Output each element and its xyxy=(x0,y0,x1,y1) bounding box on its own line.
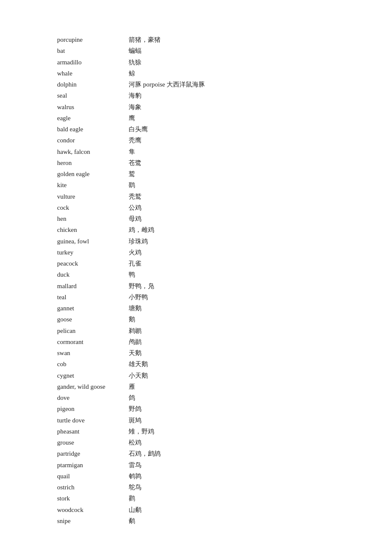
chinese-translation: 秃鹰 xyxy=(129,135,141,146)
chinese-translation: 鸬鹚 xyxy=(129,336,141,347)
vocab-row: vulture秃鹫 xyxy=(57,191,335,202)
chinese-translation: 河豚 porpoise 大西洋鼠海豚 xyxy=(129,79,205,90)
chinese-translation: 海象 xyxy=(129,101,141,113)
chinese-translation: 珍珠鸡 xyxy=(129,236,148,247)
chinese-translation: 鹬 xyxy=(129,515,135,526)
english-word: golden eagle xyxy=(57,168,125,179)
english-word: duck xyxy=(57,269,125,280)
chinese-translation: 雉，野鸡 xyxy=(129,426,154,437)
chinese-translation: 雁 xyxy=(129,381,135,392)
vocab-row: whale鲸 xyxy=(57,68,335,79)
vocab-row: armadillo犰狳 xyxy=(57,57,335,68)
chinese-translation: 鹫 xyxy=(129,168,135,179)
vocab-row: quail鹌鹑 xyxy=(57,471,335,482)
chinese-translation: 鲸 xyxy=(129,68,135,79)
chinese-translation: 鹌鹑 xyxy=(129,471,141,482)
english-word: quail xyxy=(57,471,125,482)
chinese-translation: 犰狳 xyxy=(129,57,141,68)
english-word: ostrich xyxy=(57,482,125,493)
chinese-translation: 小天鹅 xyxy=(129,370,148,381)
english-word: hawk, falcon xyxy=(57,146,125,157)
chinese-translation: 野鸽 xyxy=(129,403,141,414)
vocab-row: swan天鹅 xyxy=(57,347,335,358)
chinese-translation: 鸡，雌鸡 xyxy=(129,224,154,235)
vocab-row: bald eagle白头鹰 xyxy=(57,124,335,135)
english-word: dolphin xyxy=(57,79,125,90)
vocab-row: ptarmigan雷鸟 xyxy=(57,460,335,471)
chinese-translation: 鸭 xyxy=(129,269,135,280)
english-word: cormorant xyxy=(57,336,125,347)
vocab-row: pelican鹈鹕 xyxy=(57,325,335,336)
chinese-translation: 小野鸭 xyxy=(129,292,148,303)
chinese-translation: 野鸭，凫 xyxy=(129,280,154,292)
english-word: heron xyxy=(57,157,125,168)
vocab-row: cob雄天鹅 xyxy=(57,358,335,370)
vocab-row: peacock孔雀 xyxy=(57,258,335,269)
vocab-row: pheasant雉，野鸡 xyxy=(57,426,335,437)
vocab-row: cock公鸡 xyxy=(57,202,335,213)
english-word: armadillo xyxy=(57,57,125,68)
english-word: seal xyxy=(57,90,125,101)
chinese-translation: 鹳 xyxy=(129,493,135,504)
chinese-translation: 鹰 xyxy=(129,113,135,124)
english-word: pheasant xyxy=(57,426,125,437)
vocab-row: mallard野鸭，凫 xyxy=(57,280,335,292)
vocab-row: eagle鹰 xyxy=(57,113,335,124)
vocab-row: golden eagle鹫 xyxy=(57,168,335,179)
english-word: teal xyxy=(57,292,125,303)
vocab-row: snipe鹬 xyxy=(57,515,335,526)
chinese-translation: 鸽 xyxy=(129,392,135,403)
vocab-row: walrus海象 xyxy=(57,101,335,113)
chinese-translation: 雄天鹅 xyxy=(129,358,148,370)
english-word: turkey xyxy=(57,247,125,258)
vocab-row: hawk, falcon隼 xyxy=(57,146,335,157)
chinese-translation: 鹅 xyxy=(129,314,135,325)
english-word: cygnet xyxy=(57,370,125,381)
chinese-translation: 蝙蝠 xyxy=(129,45,141,56)
chinese-translation: 箭猪，豪猪 xyxy=(129,34,161,45)
english-word: gannet xyxy=(57,303,125,314)
english-word: mallard xyxy=(57,280,125,292)
chinese-translation: 斑鸠 xyxy=(129,415,141,426)
vocab-row: woodcock山鹬 xyxy=(57,504,335,515)
english-word: bat xyxy=(57,45,125,56)
chinese-translation: 石鸡，鹧鸪 xyxy=(129,448,161,459)
english-word: stork xyxy=(57,493,125,504)
english-word: porcupine xyxy=(57,34,125,45)
chinese-translation: 雷鸟 xyxy=(129,460,141,471)
chinese-translation: 火鸡 xyxy=(129,247,141,258)
english-word: vulture xyxy=(57,191,125,202)
english-word: whale xyxy=(57,68,125,79)
english-word: chicken xyxy=(57,224,125,235)
vocab-row: hen母鸡 xyxy=(57,213,335,224)
chinese-translation: 公鸡 xyxy=(129,202,141,213)
vocab-row: grouse松鸡 xyxy=(57,437,335,448)
chinese-translation: 隼 xyxy=(129,146,135,157)
chinese-translation: 海豹 xyxy=(129,90,141,101)
vocab-row: goose鹅 xyxy=(57,314,335,325)
vocab-row: dove鸽 xyxy=(57,392,335,403)
chinese-translation: 苍鹭 xyxy=(129,157,141,168)
english-word: grouse xyxy=(57,437,125,448)
vocab-row: cygnet小天鹅 xyxy=(57,370,335,381)
vocab-row: kite鹞 xyxy=(57,179,335,191)
vocab-row: duck鸭 xyxy=(57,269,335,280)
english-word: cob xyxy=(57,358,125,370)
vocab-row: condor秃鹰 xyxy=(57,135,335,146)
vocab-row: bat蝙蝠 xyxy=(57,45,335,56)
vocab-row: gannet塘鹅 xyxy=(57,303,335,314)
vocab-row: cormorant鸬鹚 xyxy=(57,336,335,347)
vocab-row: teal小野鸭 xyxy=(57,292,335,303)
english-word: goose xyxy=(57,314,125,325)
english-word: cock xyxy=(57,202,125,213)
english-word: walrus xyxy=(57,101,125,113)
vocab-row: stork鹳 xyxy=(57,493,335,504)
english-word: condor xyxy=(57,135,125,146)
chinese-translation: 松鸡 xyxy=(129,437,141,448)
vocab-row: dolphin河豚 porpoise 大西洋鼠海豚 xyxy=(57,79,335,90)
english-word: partridge xyxy=(57,448,125,459)
english-word: dove xyxy=(57,392,125,403)
english-word: snipe xyxy=(57,515,125,526)
english-word: eagle xyxy=(57,113,125,124)
chinese-translation: 秃鹫 xyxy=(129,191,141,202)
